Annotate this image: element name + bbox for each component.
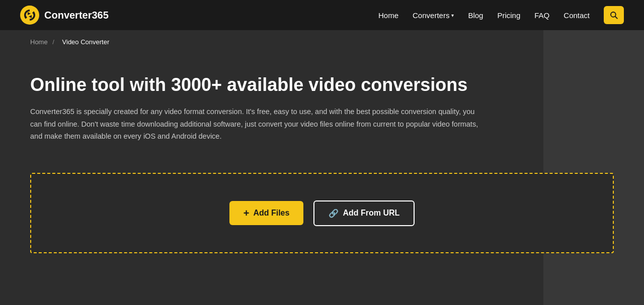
- hero-section: Online tool with 3000+ available video c…: [0, 54, 553, 158]
- breadcrumb-separator: /: [52, 38, 54, 46]
- right-panel-decoration: [543, 30, 644, 305]
- breadcrumb-home[interactable]: Home: [30, 38, 48, 46]
- main-content: Home / Video Converter Online tool with …: [0, 30, 644, 305]
- add-files-button[interactable]: + Add Files: [229, 201, 304, 225]
- nav-blog[interactable]: Blog: [468, 11, 483, 20]
- chevron-down-icon: ▾: [451, 13, 454, 18]
- plus-icon: +: [244, 208, 250, 218]
- hero-title: Online tool with 3000+ available video c…: [30, 74, 523, 95]
- add-url-label: Add From URL: [343, 209, 399, 218]
- hero-description: Converter365 is specially created for an…: [30, 106, 483, 143]
- logo[interactable]: Converter365: [20, 6, 109, 25]
- link-icon: 🔗: [329, 209, 339, 218]
- nav-pricing[interactable]: Pricing: [497, 11, 520, 20]
- logo-icon: [20, 6, 39, 25]
- search-icon: [609, 11, 618, 20]
- upload-dropzone[interactable]: + Add Files 🔗 Add From URL: [30, 173, 614, 253]
- logo-text: Converter365: [44, 10, 109, 21]
- add-url-button[interactable]: 🔗 Add From URL: [313, 200, 415, 226]
- site-header: Converter365 Home Converters ▾ Blog Pric…: [0, 0, 644, 30]
- add-files-label: Add Files: [253, 209, 289, 218]
- svg-line-4: [615, 17, 617, 19]
- nav-converters[interactable]: Converters ▾: [413, 11, 454, 20]
- breadcrumb-current: Video Converter: [62, 38, 110, 46]
- nav-contact[interactable]: Contact: [564, 11, 590, 20]
- breadcrumb: Home / Video Converter: [0, 30, 644, 54]
- nav-home[interactable]: Home: [378, 11, 398, 20]
- search-button[interactable]: [604, 6, 624, 24]
- nav-faq[interactable]: FAQ: [534, 11, 549, 20]
- main-nav: Home Converters ▾ Blog Pricing FAQ Conta…: [378, 6, 624, 24]
- svg-point-0: [20, 6, 39, 25]
